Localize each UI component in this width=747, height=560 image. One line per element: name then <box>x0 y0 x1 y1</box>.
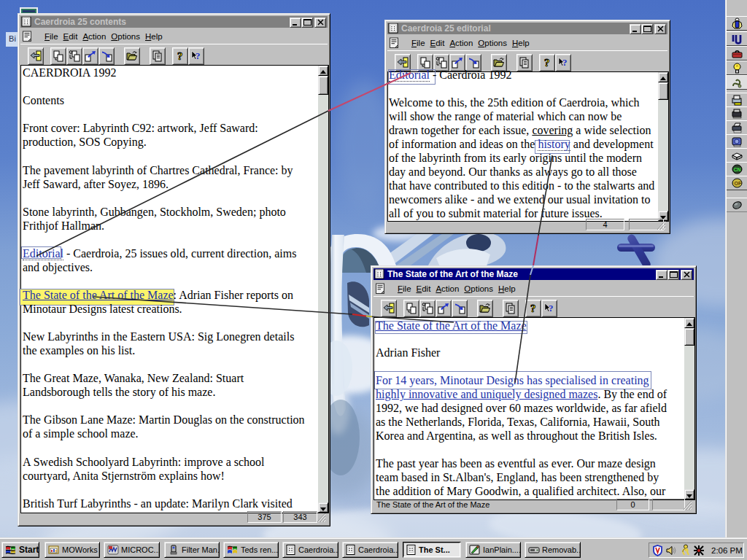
svg-text:?: ? <box>177 50 183 62</box>
svg-text:OF: OF <box>734 181 741 186</box>
svg-text:?: ? <box>530 303 536 314</box>
svg-text:CN: CN <box>733 167 740 172</box>
